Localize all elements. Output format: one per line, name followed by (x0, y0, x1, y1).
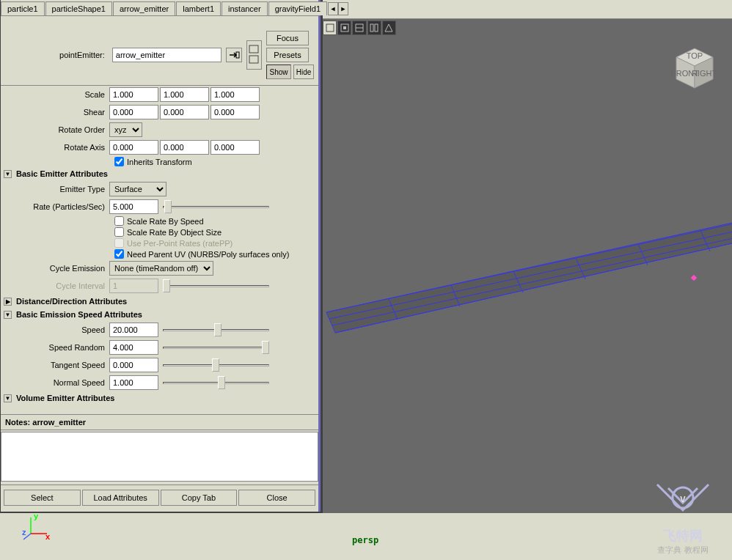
notes-header: Notes: arrow_emitter (1, 415, 318, 430)
shear-y[interactable] (160, 105, 209, 119)
attribute-scroll-area[interactable]: Scale Shear Rotate Order xyz Rotate Axis… (1, 85, 318, 415)
tangent-speed-label: Tangent Speed (1, 361, 109, 369)
tab-gravityfield1[interactable]: gravityField1 (268, 1, 327, 15)
scale-y[interactable] (160, 87, 209, 102)
tab-instancer[interactable]: instancer (222, 1, 268, 15)
svg-rect-18 (370, 24, 373, 32)
rate-slider[interactable] (163, 200, 269, 213)
speed-random-slider[interactable] (163, 341, 269, 354)
rotate-order-select[interactable]: xyz (109, 122, 142, 137)
speed-label: Speed (1, 325, 109, 334)
collapse-icon: ▼ (4, 311, 12, 319)
presets-icon[interactable] (246, 40, 262, 70)
emitter-type-select[interactable]: Surface (109, 182, 166, 196)
rotate-axis-z[interactable] (211, 140, 260, 155)
per-point-checkbox (114, 238, 124, 248)
cycle-emission-label: Cycle Emission (1, 264, 109, 273)
scale-by-size-label: Scale Rate By Object Size (127, 228, 222, 237)
rate-input[interactable] (109, 199, 158, 214)
load-attributes-button[interactable]: Load Attributes (82, 490, 159, 506)
rotate-axis-x[interactable] (109, 140, 158, 155)
collapse-icon: ▼ (4, 394, 12, 402)
svg-rect-15 (343, 26, 346, 29)
shear-label: Shear (1, 108, 109, 117)
watermark: V 飞特网 查字典 教程网 (643, 477, 723, 556)
section-volume[interactable]: ▼ Volume Emitter Attributes (1, 391, 318, 405)
rotate-axis-y[interactable] (160, 140, 209, 155)
viewport-top-strip (323, 0, 732, 19)
presets-button[interactable]: Presets (266, 48, 309, 62)
need-parent-uv-label: Need Parent UV (NURBS/Poly surfaces only… (127, 250, 289, 259)
vp-tool-5[interactable] (382, 21, 396, 35)
svg-rect-12 (691, 275, 697, 281)
svg-text:TOP: TOP (687, 51, 703, 60)
viewport-toolbar (323, 21, 396, 37)
vp-tool-4[interactable] (367, 21, 381, 35)
hide-button[interactable]: Hide (293, 65, 314, 79)
go-to-input-icon[interactable] (226, 48, 241, 62)
tab-scroll-left[interactable]: ◄ (328, 2, 338, 15)
tab-row: particle1 particleShape1 arrow_emitter l… (1, 0, 318, 16)
speed-input[interactable] (109, 323, 158, 337)
cycle-emission-select[interactable]: None (timeRandom off) (109, 261, 213, 276)
tab-lambert1[interactable]: lambert1 (176, 1, 221, 15)
scale-by-speed-label: Scale Rate By Speed (127, 217, 204, 226)
svg-rect-27 (249, 45, 258, 53)
rate-label: Rate (Particles/Sec) (1, 202, 109, 211)
attribute-editor-panel: particle1 particleShape1 arrow_emitter l… (1, 0, 321, 512)
vp-tool-2[interactable] (337, 21, 351, 35)
tab-particle1[interactable]: particle1 (1, 1, 45, 15)
shear-x[interactable] (109, 105, 158, 119)
axis-gizmo: y x z (22, 513, 51, 542)
select-button[interactable]: Select (4, 490, 81, 506)
close-button[interactable]: Close (238, 490, 315, 506)
scale-z[interactable] (211, 87, 260, 102)
speed-random-label: Speed Random (1, 343, 109, 352)
scale-by-size-checkbox[interactable] (114, 227, 124, 237)
view-cube[interactable]: TOP FRONT RIGHT (670, 45, 719, 94)
shear-z[interactable] (211, 105, 260, 119)
need-parent-uv-checkbox[interactable] (114, 249, 124, 259)
scale-x[interactable] (109, 87, 158, 102)
cycle-interval-input (109, 279, 158, 293)
inherits-transform-label: Inherits Transform (127, 158, 192, 166)
speed-slider[interactable] (163, 323, 269, 336)
emitter-type-label: Emitter Type (1, 185, 109, 194)
svg-rect-19 (375, 24, 378, 32)
svg-text:x: x (45, 532, 51, 541)
expand-icon: ▶ (4, 298, 12, 306)
scale-by-speed-checkbox[interactable] (114, 216, 124, 226)
focus-button[interactable]: Focus (266, 31, 309, 45)
per-point-label: Use Per-Point Rates (ratePP) (127, 239, 233, 248)
vp-tool-1[interactable] (323, 21, 337, 35)
tangent-speed-input[interactable] (109, 358, 158, 372)
cycle-interval-label: Cycle Interval (1, 281, 109, 290)
collapse-icon: ▼ (4, 170, 12, 178)
rotate-order-label: Rotate Order (1, 125, 109, 134)
svg-text:z: z (22, 528, 26, 537)
tangent-speed-slider[interactable] (163, 358, 269, 372)
tab-scroll-right[interactable]: ► (338, 2, 348, 15)
normal-speed-input[interactable] (109, 375, 158, 390)
vp-tool-3[interactable] (352, 21, 366, 35)
tab-arrow-emitter[interactable]: arrow_emitter (113, 1, 175, 15)
speed-random-input[interactable] (109, 340, 158, 355)
section-basic-speed[interactable]: ▼ Basic Emission Speed Attributes (1, 308, 318, 321)
emitter-name-input[interactable] (112, 48, 222, 62)
rotate-axis-label: Rotate Axis (1, 143, 109, 152)
section-basic-emitter[interactable]: ▼ Basic Emitter Attributes (1, 167, 318, 180)
section-distance[interactable]: ▶ Distance/Direction Attributes (1, 295, 318, 308)
show-button[interactable]: Show (266, 65, 291, 79)
svg-text:V: V (680, 495, 686, 504)
copy-tab-button[interactable]: Copy Tab (161, 490, 238, 506)
svg-text:y: y (34, 513, 39, 520)
scale-label: Scale (1, 90, 109, 99)
viewport-camera-label: persp (352, 535, 378, 545)
pointemitter-label: pointEmitter: (5, 51, 108, 59)
svg-rect-13 (326, 24, 334, 32)
notes-textarea[interactable] (1, 432, 318, 482)
normal-speed-slider[interactable] (163, 376, 269, 389)
svg-text:RIGHT: RIGHT (692, 69, 717, 78)
tab-particleshape1[interactable]: particleShape1 (45, 1, 112, 15)
inherits-transform-checkbox[interactable] (114, 157, 124, 166)
